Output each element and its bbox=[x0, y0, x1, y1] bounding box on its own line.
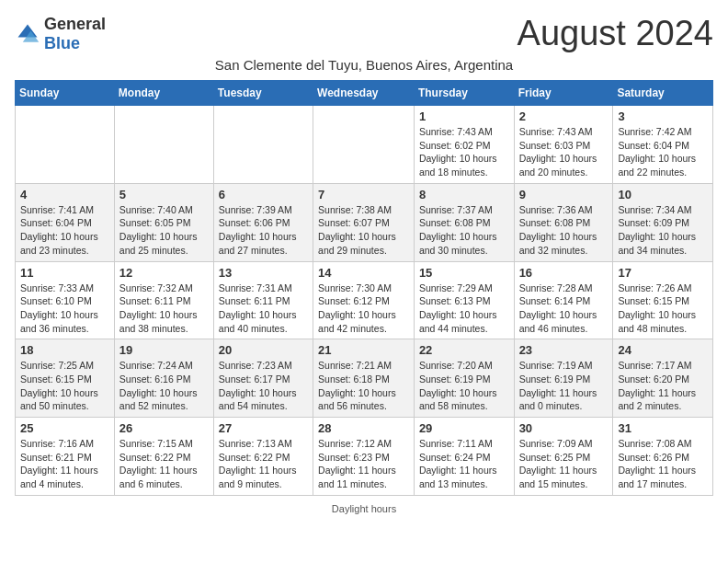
day-cell: 17Sunrise: 7:26 AMSunset: 6:15 PMDayligh… bbox=[613, 261, 713, 339]
day-info: Sunrise: 7:33 AMSunset: 6:10 PMDaylight:… bbox=[20, 282, 109, 336]
day-number: 19 bbox=[119, 343, 209, 357]
day-cell: 10Sunrise: 7:34 AMSunset: 6:09 PMDayligh… bbox=[613, 183, 713, 261]
column-header-friday: Friday bbox=[514, 81, 613, 106]
day-number: 16 bbox=[519, 266, 609, 280]
column-header-thursday: Thursday bbox=[414, 81, 514, 106]
subtitle: San Clemente del Tuyu, Buenos Aires, Arg… bbox=[15, 57, 713, 73]
day-info: Sunrise: 7:09 AMSunset: 6:25 PMDaylight:… bbox=[519, 437, 609, 491]
day-number: 17 bbox=[618, 266, 708, 280]
day-number: 28 bbox=[318, 421, 409, 435]
day-info: Sunrise: 7:42 AMSunset: 6:04 PMDaylight:… bbox=[618, 125, 708, 179]
day-cell: 20Sunrise: 7:23 AMSunset: 6:17 PMDayligh… bbox=[213, 339, 313, 418]
day-cell: 21Sunrise: 7:21 AMSunset: 6:18 PMDayligh… bbox=[313, 339, 415, 418]
day-cell: 25Sunrise: 7:16 AMSunset: 6:21 PMDayligh… bbox=[16, 418, 115, 496]
day-cell bbox=[16, 106, 115, 184]
day-cell: 6Sunrise: 7:39 AMSunset: 6:06 PMDaylight… bbox=[213, 183, 313, 261]
day-number: 30 bbox=[519, 421, 609, 435]
day-number: 2 bbox=[519, 109, 609, 123]
day-cell: 31Sunrise: 7:08 AMSunset: 6:26 PMDayligh… bbox=[613, 418, 713, 496]
week-row-1: 1Sunrise: 7:43 AMSunset: 6:02 PMDaylight… bbox=[16, 106, 713, 184]
calendar-table: SundayMondayTuesdayWednesdayThursdayFrid… bbox=[15, 80, 713, 496]
day-cell: 28Sunrise: 7:12 AMSunset: 6:23 PMDayligh… bbox=[313, 418, 415, 496]
day-info: Sunrise: 7:17 AMSunset: 6:20 PMDaylight:… bbox=[618, 359, 708, 413]
column-header-sunday: Sunday bbox=[16, 81, 115, 106]
day-cell: 8Sunrise: 7:37 AMSunset: 6:08 PMDaylight… bbox=[414, 183, 514, 261]
header: General Blue August 2024 bbox=[15, 15, 713, 53]
footer-note: Daylight hours bbox=[15, 503, 713, 514]
day-number: 3 bbox=[618, 109, 708, 123]
day-info: Sunrise: 7:38 AMSunset: 6:07 PMDaylight:… bbox=[318, 203, 409, 258]
day-info: Sunrise: 7:21 AMSunset: 6:18 PMDaylight:… bbox=[318, 359, 409, 413]
day-number: 21 bbox=[318, 343, 409, 357]
day-info: Sunrise: 7:13 AMSunset: 6:22 PMDaylight:… bbox=[219, 437, 308, 491]
day-info: Sunrise: 7:25 AMSunset: 6:15 PMDaylight:… bbox=[20, 359, 109, 413]
day-number: 10 bbox=[618, 188, 708, 201]
day-number: 4 bbox=[20, 188, 109, 201]
day-info: Sunrise: 7:26 AMSunset: 6:15 PMDaylight:… bbox=[618, 282, 708, 336]
day-cell: 19Sunrise: 7:24 AMSunset: 6:16 PMDayligh… bbox=[114, 339, 213, 418]
day-info: Sunrise: 7:15 AMSunset: 6:22 PMDaylight:… bbox=[119, 437, 209, 491]
day-number: 23 bbox=[519, 343, 609, 357]
day-number: 8 bbox=[419, 188, 509, 201]
day-info: Sunrise: 7:31 AMSunset: 6:11 PMDaylight:… bbox=[219, 282, 308, 336]
day-info: Sunrise: 7:08 AMSunset: 6:26 PMDaylight:… bbox=[618, 437, 708, 491]
day-info: Sunrise: 7:20 AMSunset: 6:19 PMDaylight:… bbox=[419, 359, 509, 413]
day-number: 5 bbox=[119, 188, 209, 201]
day-info: Sunrise: 7:23 AMSunset: 6:17 PMDaylight:… bbox=[219, 359, 308, 413]
day-info: Sunrise: 7:16 AMSunset: 6:21 PMDaylight:… bbox=[20, 437, 109, 491]
logo-icon bbox=[15, 21, 40, 47]
day-info: Sunrise: 7:24 AMSunset: 6:16 PMDaylight:… bbox=[119, 359, 209, 413]
column-header-tuesday: Tuesday bbox=[213, 81, 313, 106]
day-cell: 11Sunrise: 7:33 AMSunset: 6:10 PMDayligh… bbox=[16, 261, 115, 339]
header-row: SundayMondayTuesdayWednesdayThursdayFrid… bbox=[16, 81, 713, 106]
week-row-5: 25Sunrise: 7:16 AMSunset: 6:21 PMDayligh… bbox=[16, 418, 713, 496]
day-cell: 27Sunrise: 7:13 AMSunset: 6:22 PMDayligh… bbox=[213, 418, 313, 496]
day-number: 9 bbox=[519, 188, 609, 201]
column-header-monday: Monday bbox=[114, 81, 213, 106]
logo-blue: Blue bbox=[44, 34, 80, 52]
week-row-4: 18Sunrise: 7:25 AMSunset: 6:15 PMDayligh… bbox=[16, 339, 713, 418]
day-number: 24 bbox=[618, 343, 708, 357]
day-info: Sunrise: 7:40 AMSunset: 6:05 PMDaylight:… bbox=[119, 203, 209, 258]
logo-general: General bbox=[44, 15, 106, 33]
day-number: 13 bbox=[219, 266, 308, 280]
day-cell: 18Sunrise: 7:25 AMSunset: 6:15 PMDayligh… bbox=[16, 339, 115, 418]
day-cell: 24Sunrise: 7:17 AMSunset: 6:20 PMDayligh… bbox=[613, 339, 713, 418]
day-number: 29 bbox=[419, 421, 509, 435]
day-info: Sunrise: 7:12 AMSunset: 6:23 PMDaylight:… bbox=[318, 437, 409, 491]
day-cell: 7Sunrise: 7:38 AMSunset: 6:07 PMDaylight… bbox=[313, 183, 415, 261]
day-cell: 12Sunrise: 7:32 AMSunset: 6:11 PMDayligh… bbox=[114, 261, 213, 339]
day-number: 6 bbox=[219, 188, 308, 201]
day-cell: 30Sunrise: 7:09 AMSunset: 6:25 PMDayligh… bbox=[514, 418, 613, 496]
day-cell: 13Sunrise: 7:31 AMSunset: 6:11 PMDayligh… bbox=[213, 261, 313, 339]
day-info: Sunrise: 7:19 AMSunset: 6:19 PMDaylight:… bbox=[519, 359, 609, 413]
main-title: August 2024 bbox=[518, 15, 713, 53]
day-number: 22 bbox=[419, 343, 509, 357]
day-number: 18 bbox=[20, 343, 109, 357]
day-cell: 1Sunrise: 7:43 AMSunset: 6:02 PMDaylight… bbox=[414, 106, 514, 184]
day-number: 25 bbox=[20, 421, 109, 435]
day-cell: 14Sunrise: 7:30 AMSunset: 6:12 PMDayligh… bbox=[313, 261, 415, 339]
week-row-2: 4Sunrise: 7:41 AMSunset: 6:04 PMDaylight… bbox=[16, 183, 713, 261]
day-cell bbox=[114, 106, 213, 184]
day-number: 1 bbox=[419, 109, 509, 123]
day-cell: 26Sunrise: 7:15 AMSunset: 6:22 PMDayligh… bbox=[114, 418, 213, 496]
day-cell: 22Sunrise: 7:20 AMSunset: 6:19 PMDayligh… bbox=[414, 339, 514, 418]
day-info: Sunrise: 7:11 AMSunset: 6:24 PMDaylight:… bbox=[419, 437, 509, 491]
day-info: Sunrise: 7:32 AMSunset: 6:11 PMDaylight:… bbox=[119, 282, 209, 336]
day-info: Sunrise: 7:37 AMSunset: 6:08 PMDaylight:… bbox=[419, 203, 509, 258]
week-row-3: 11Sunrise: 7:33 AMSunset: 6:10 PMDayligh… bbox=[16, 261, 713, 339]
logo-text: General Blue bbox=[44, 15, 106, 53]
day-info: Sunrise: 7:43 AMSunset: 6:02 PMDaylight:… bbox=[419, 125, 509, 179]
day-number: 7 bbox=[318, 188, 409, 201]
day-number: 26 bbox=[119, 421, 209, 435]
day-cell: 4Sunrise: 7:41 AMSunset: 6:04 PMDaylight… bbox=[16, 183, 115, 261]
day-number: 14 bbox=[318, 266, 409, 280]
day-info: Sunrise: 7:36 AMSunset: 6:08 PMDaylight:… bbox=[519, 203, 609, 258]
day-number: 11 bbox=[20, 266, 109, 280]
column-header-wednesday: Wednesday bbox=[313, 81, 415, 106]
day-cell: 16Sunrise: 7:28 AMSunset: 6:14 PMDayligh… bbox=[514, 261, 613, 339]
day-number: 15 bbox=[419, 266, 509, 280]
day-number: 12 bbox=[119, 266, 209, 280]
day-info: Sunrise: 7:30 AMSunset: 6:12 PMDaylight:… bbox=[318, 282, 409, 336]
